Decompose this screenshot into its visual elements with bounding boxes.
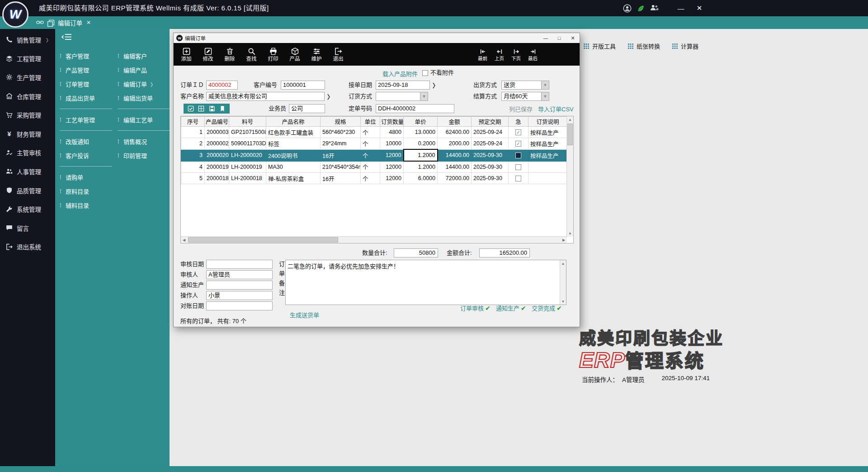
order-id-field[interactable]: 4000002	[206, 81, 238, 90]
close-button[interactable]: ✕	[691, 0, 708, 16]
urgent-checkbox[interactable]	[515, 141, 521, 147]
columns-saved-link[interactable]: 列已保存	[509, 105, 533, 113]
sidebar-item-sales[interactable]: 销售管理 〉	[0, 30, 55, 49]
order-date-expand-icon[interactable]: 〉	[433, 81, 439, 90]
col-price[interactable]: 单价	[404, 117, 438, 127]
sidebar-item-engineering[interactable]: 工程管理	[0, 49, 55, 68]
submenu-item-customer-complaint[interactable]: ⁞客户投诉	[60, 148, 112, 162]
col-material-no[interactable]: 料号	[229, 117, 266, 127]
submenu-item-edit-process-sheet[interactable]: ⁞编辑工艺单	[118, 113, 170, 127]
scroll-down-icon[interactable]: ▼	[567, 230, 573, 237]
urgent-checkbox[interactable]	[515, 164, 521, 170]
submenu-item-shipment-order[interactable]: ⁞成品出货单	[60, 91, 112, 105]
minimize-button[interactable]: —	[672, 0, 689, 16]
scroll-right-icon[interactable]: ▶	[561, 237, 567, 243]
customer-no-field[interactable]: 1000001	[281, 81, 325, 90]
prev-page-button[interactable]: 上页	[491, 43, 508, 66]
sidebar-item-supervisor-audit[interactable]: 主管审核	[0, 143, 55, 162]
sidebar-item-production[interactable]: 生产管理	[0, 68, 55, 87]
col-amount[interactable]: 金额	[438, 117, 472, 127]
tool-paper-convert[interactable]: 纸张转换	[627, 42, 660, 50]
urgent-checkbox[interactable]	[515, 129, 521, 135]
remark-scrollbar[interactable]: ▲ ▼	[560, 260, 566, 305]
table-row[interactable]: 4 2000019 LH-2000019 MA30 210*4540*354mm…	[181, 161, 567, 173]
submenu-item-revision-notice[interactable]: ⁞改版通知	[60, 134, 112, 148]
urgent-checkbox[interactable]	[515, 153, 521, 158]
col-urgent[interactable]: 急	[509, 117, 528, 127]
table-row-selected[interactable]: 3 2000020 LH-2000020 2400说明书 16开 个 12000…	[181, 149, 567, 161]
sidebar-item-quality[interactable]: 品质管理	[0, 181, 55, 200]
tab-close-icon[interactable]: ✕	[86, 19, 91, 26]
sidebar-item-messages[interactable]: 留言	[0, 219, 55, 238]
submenu-item-sales-overview[interactable]: ⁞销售概况	[118, 134, 170, 148]
edit-button[interactable]: 修改	[197, 43, 219, 66]
submenu-item-edit-shipment[interactable]: ⁞编辑出货单	[118, 91, 170, 105]
submenu-item-edit-customer[interactable]: ⁞编辑客户	[118, 49, 170, 63]
submenu-item-order-mgmt[interactable]: ⁞订单管理	[60, 77, 112, 91]
price-edit-cell[interactable]: 1.2000	[404, 149, 438, 161]
import-csv-link[interactable]: 导入订单CSV	[538, 105, 574, 113]
maintain-button[interactable]: 维护	[306, 43, 327, 66]
submenu-item-customer-mgmt[interactable]: ⁞客户管理	[60, 49, 112, 63]
first-record-button[interactable]: 最前	[474, 43, 491, 66]
table-vertical-scrollbar[interactable]: ▲ ▼	[566, 116, 573, 237]
check-square-icon[interactable]	[188, 105, 194, 112]
scroll-up-icon[interactable]: ▲	[560, 260, 566, 267]
product-button[interactable]: 产品	[284, 43, 306, 66]
dialog-maximize-button[interactable]: □	[552, 33, 566, 43]
collapse-menu-icon[interactable]	[61, 33, 72, 41]
col-note[interactable]: 订货说明	[528, 117, 567, 127]
tool-imposition[interactable]: 开版工具	[583, 42, 616, 50]
status-delivery-complete[interactable]: 交货完成✔	[532, 304, 562, 312]
plugin-leaf-icon[interactable]	[637, 4, 645, 13]
order-no-field[interactable]: DDH-4000002	[376, 104, 454, 113]
customer-expand-icon[interactable]: 〉	[327, 92, 333, 101]
chevron-down-icon[interactable]: ▼	[541, 81, 549, 89]
submenu-item-process-sheet[interactable]: ⁞工艺单管理	[60, 113, 112, 127]
table-row[interactable]: 5 2000018 LH-2000018 禅-私房茶彩盒 16开 个 12000…	[181, 173, 567, 184]
delete-button[interactable]: 删除	[219, 43, 241, 66]
exit-button[interactable]: 退出	[327, 43, 349, 66]
layout-grid-icon[interactable]	[198, 105, 204, 112]
last-record-button[interactable]: 最后	[524, 43, 541, 66]
table-row[interactable]: 2 2000002 5090011703D 标签 29*24mm 个 10000…	[181, 138, 567, 150]
link-icon[interactable]	[36, 19, 44, 26]
tab-edit-order[interactable]: 编辑订单 ✕	[58, 16, 91, 29]
col-qty[interactable]: 订货数量	[380, 117, 404, 127]
chevron-down-icon[interactable]: ▼	[541, 92, 549, 100]
order-method-select[interactable]: ▼	[376, 92, 428, 101]
col-product-name[interactable]: 产品名称	[266, 117, 321, 127]
submenu-item-purchase-request[interactable]: ⁞请购单	[60, 170, 112, 184]
users-icon[interactable]	[650, 4, 659, 13]
status-production-notified[interactable]: 通知生产✔	[496, 304, 526, 312]
salesman-field[interactable]: 公司	[289, 104, 325, 113]
table-horizontal-scrollbar[interactable]: ◀ ▶	[181, 236, 567, 243]
submenu-item-edit-order[interactable]: ⁞编辑订单〉	[118, 77, 170, 91]
scroll-up-icon[interactable]: ▲	[567, 116, 573, 123]
ship-method-select[interactable]: 送货 ▼	[501, 81, 549, 90]
table-row[interactable]: 1 2000003 GP210715008 红色款手工罐盒装 560*460*2…	[181, 127, 567, 138]
col-spec[interactable]: 规格	[321, 117, 361, 127]
sidebar-item-purchasing[interactable]: 采购管理	[0, 105, 55, 124]
save-icon[interactable]	[209, 105, 215, 112]
account-icon[interactable]	[623, 4, 632, 13]
submenu-item-aux-material-list[interactable]: ⁞辅料目录	[60, 198, 112, 212]
sidebar-item-hr[interactable]: 人事管理	[0, 162, 55, 181]
col-seq[interactable]: 序号	[181, 117, 205, 127]
scroll-left-icon[interactable]: ◀	[181, 237, 187, 243]
submenu-item-product-mgmt[interactable]: ⁞产品管理	[60, 63, 112, 77]
load-attachment-link[interactable]: 载入产品附件	[382, 69, 418, 78]
submenu-item-edit-product[interactable]: ⁞编辑产品	[118, 63, 170, 77]
order-date-field[interactable]: 2025-09-18	[376, 81, 430, 90]
sidebar-item-warehouse[interactable]: 仓库管理	[0, 87, 55, 106]
auditor-field[interactable]: A管理员	[206, 270, 273, 279]
sidebar-item-finance[interactable]: ¥ 财务管理	[0, 124, 55, 143]
dialog-minimize-button[interactable]: —	[539, 33, 552, 43]
order-remark-box[interactable]: 二笔急的订单，请务必优先加急安排生产！ ▲ ▼	[285, 260, 566, 305]
find-button[interactable]: 查找	[241, 43, 262, 66]
audit-date-field[interactable]	[206, 260, 273, 269]
col-due-date[interactable]: 预定交期	[472, 117, 509, 127]
col-product-no[interactable]: 产品编号	[205, 117, 229, 127]
scrollbar-thumb[interactable]	[567, 124, 573, 145]
hide-attachment-checkbox[interactable]	[422, 70, 428, 76]
